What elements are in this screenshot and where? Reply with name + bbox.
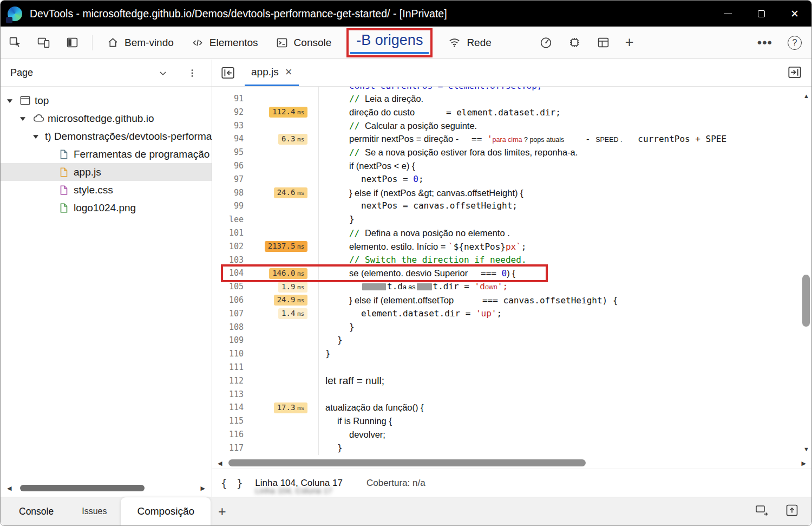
scrollbar-thumb[interactable] xyxy=(802,275,810,327)
application-button[interactable] xyxy=(589,36,618,49)
code-text[interactable]: elemento. estilo. Início = `${nextPos}px… xyxy=(318,240,811,254)
tab-welcome[interactable]: Bem-vindo xyxy=(98,27,182,59)
code-line-98[interactable]: 9824.6ms} else if (nextPos &gt; canvas.o… xyxy=(212,186,811,200)
close-tab-icon[interactable]: × xyxy=(285,66,292,78)
code-text[interactable]: permitir nextPos = direção - == 'para ci… xyxy=(318,132,811,146)
format-code-icon[interactable]: { } xyxy=(221,477,244,489)
code-line[interactable]: const currentPos = element.offsetTop; xyxy=(212,87,811,92)
line-number[interactable]: 98 xyxy=(212,186,250,200)
code-text[interactable]: devolver; xyxy=(318,428,811,441)
code-text[interactable]: t.da ast.dir = 'down'; xyxy=(318,280,811,294)
code-line-91[interactable]: 91// Leia a direção. xyxy=(212,92,811,106)
code-text[interactable]: se (elemento. desvio Superior === 0) { xyxy=(318,267,811,280)
code-line-107[interactable]: 1071.4mselement.dataset.dir = 'up'; xyxy=(212,307,811,321)
line-number[interactable]: 108 xyxy=(212,321,250,334)
code-text[interactable] xyxy=(318,361,811,374)
scroll-down-icon[interactable]: ▼ xyxy=(803,446,809,452)
code-text[interactable]: } else if (element.offsetTop === canvas.… xyxy=(318,294,811,307)
line-number[interactable]: 99 xyxy=(212,199,250,213)
line-number[interactable]: 113 xyxy=(212,388,250,401)
line-number[interactable]: 109 xyxy=(212,334,250,347)
tree-item-top[interactable]: top xyxy=(1,92,212,109)
code-line-117[interactable]: 117} xyxy=(212,441,811,455)
line-number[interactable]: 97 xyxy=(212,173,250,186)
line-number[interactable]: 93 xyxy=(212,119,250,133)
line-number[interactable]: 115 xyxy=(212,414,250,428)
file-tab-appjs[interactable]: app.js × xyxy=(245,60,299,86)
code-text[interactable]: } xyxy=(318,321,811,334)
tab-console[interactable]: Console xyxy=(267,27,340,59)
line-number[interactable]: 102 xyxy=(212,240,250,254)
code-text[interactable]: if is Running { xyxy=(318,414,811,428)
chevron-down-icon[interactable] xyxy=(158,68,168,79)
drawer-tab-console[interactable]: Console xyxy=(5,497,68,525)
scroll-left-icon[interactable]: ◀ xyxy=(7,485,11,491)
tree-item-microsoftedge-github-io[interactable]: microsoftedge.github.io xyxy=(1,109,212,127)
code-line-96[interactable]: 96if (nextPos < e) { xyxy=(212,159,811,173)
code-line-92[interactable]: 92112.4msdireção do custo = element.data… xyxy=(212,106,811,119)
scrollbar-track[interactable] xyxy=(224,458,799,469)
code-line-110[interactable]: 110} xyxy=(212,347,811,361)
close-button[interactable]: ✕ xyxy=(778,1,811,27)
maximize-button[interactable] xyxy=(744,1,778,27)
scrollbar-track[interactable] xyxy=(15,484,197,492)
code-text[interactable]: // Leia a direção. xyxy=(318,92,811,106)
code-line-99[interactable]: 99nextPos = canvas.offsetHeight; xyxy=(212,199,811,213)
expander-triangle-icon[interactable] xyxy=(6,97,19,105)
drawer-tab-composicao[interactable]: Composição xyxy=(121,497,211,525)
tree-item-app-js[interactable]: app.js xyxy=(1,163,212,181)
expander-triangle-icon[interactable] xyxy=(32,133,45,140)
tab-sources[interactable]: -B origens xyxy=(346,28,433,57)
kebab-menu-icon[interactable] xyxy=(187,68,198,79)
code-text[interactable]: // Se a nova posição estiver fora dos li… xyxy=(318,146,811,159)
device-emulation-button[interactable] xyxy=(29,36,58,49)
drawer-tab-issues[interactable]: Issues xyxy=(68,497,121,525)
code-line-101[interactable]: 101// Defina a nova posição no elemento … xyxy=(212,226,811,240)
add-drawer-tab-button[interactable]: + xyxy=(211,497,234,525)
line-number[interactable]: lee xyxy=(212,213,250,226)
navigator-toggle-button[interactable] xyxy=(220,66,236,80)
line-number[interactable]: 96 xyxy=(212,159,250,173)
line-number[interactable]: 105 xyxy=(212,280,250,294)
code-text[interactable]: element.dataset.dir = 'up'; xyxy=(318,307,811,321)
code-line-106[interactable]: 10624.9ms} else if (element.offsetTop ==… xyxy=(212,294,811,307)
code-line-109[interactable]: 109} xyxy=(212,334,811,347)
code-line-lee[interactable]: lee} xyxy=(212,213,811,226)
scrollbar-thumb[interactable] xyxy=(228,459,586,466)
line-number[interactable]: 116 xyxy=(212,428,250,441)
more-options-button[interactable]: ••• xyxy=(750,35,780,50)
code-text[interactable]: } else if (nextPos &gt; canvas.offsetHei… xyxy=(318,186,811,200)
line-number[interactable]: 114 xyxy=(212,401,250,414)
code-text[interactable]: atualização da função() { xyxy=(318,401,811,414)
code-line-102[interactable]: 1022137.5mselemento. estilo. Início = `$… xyxy=(212,240,811,254)
code-text[interactable]: if (nextPos < e) { xyxy=(318,159,811,173)
code-text[interactable]: } xyxy=(318,334,811,347)
code-line-112[interactable]: 112let raff = null; xyxy=(212,374,811,388)
scroll-right-icon[interactable]: ▶ xyxy=(802,460,806,466)
code-line-94[interactable]: 946.3mspermitir nextPos = direção - == '… xyxy=(212,132,811,146)
editor-horizontal-scrollbar[interactable]: ◀ ▶ xyxy=(212,458,811,469)
code-line-114[interactable]: 11417.3msatualização da função() { xyxy=(212,401,811,414)
code-text[interactable]: direção do custo = element.dataset.dir; xyxy=(318,106,811,119)
line-number[interactable]: 101 xyxy=(212,226,250,240)
code-text[interactable] xyxy=(318,388,811,401)
line-number[interactable]: 95 xyxy=(212,146,250,159)
help-button[interactable]: ? xyxy=(780,36,811,50)
sidebar-horizontal-scrollbar[interactable]: ◀ ▶ xyxy=(7,484,205,492)
tree-item-t-demonstra-es-devtools-performanc[interactable]: t) Demonstrações/devtools-performanc xyxy=(1,127,212,145)
add-tool-button[interactable]: + xyxy=(618,34,641,51)
code-line-108[interactable]: 108} xyxy=(212,321,811,334)
code-line-104[interactable]: 104146.0msse (elemento. desvio Superior … xyxy=(212,267,811,280)
editor-vertical-scrollbar[interactable]: ▲ ▼ xyxy=(802,87,811,458)
tab-elements[interactable]: Elementos xyxy=(182,27,267,59)
line-number[interactable]: 94 xyxy=(212,132,250,146)
code-line-116[interactable]: 116devolver; xyxy=(212,428,811,441)
line-number[interactable]: 92 xyxy=(212,106,250,119)
line-number[interactable]: 110 xyxy=(212,347,250,361)
scroll-left-icon[interactable]: ◀ xyxy=(218,460,222,466)
line-number[interactable]: 104 xyxy=(212,267,250,280)
code-line-111[interactable]: 111 xyxy=(212,361,811,374)
expander-triangle-icon[interactable] xyxy=(19,115,32,122)
minimize-button[interactable] xyxy=(711,1,744,27)
code-text[interactable]: let raff = null; xyxy=(318,374,811,388)
